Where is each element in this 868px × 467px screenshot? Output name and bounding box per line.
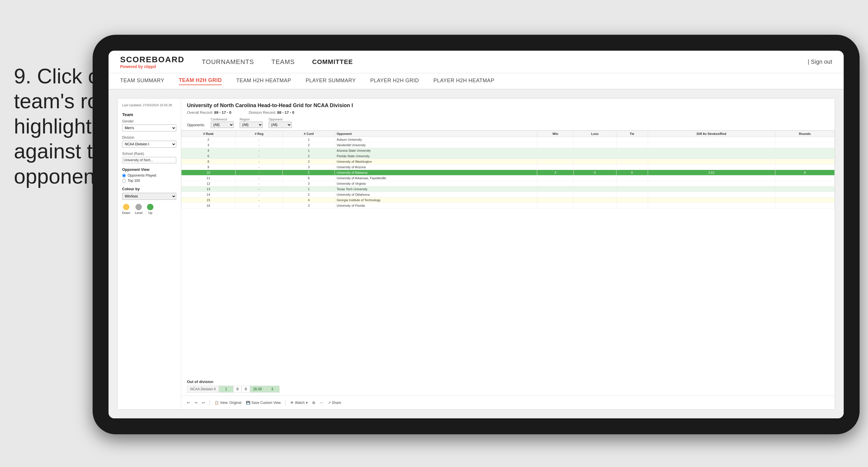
- ood-loss: 0: [233, 386, 242, 392]
- sidebar: Last Updated: 27/03/2024 16:55:38 Team G…: [118, 98, 181, 409]
- grid-filters: Opponents: Conference (All) Region: [187, 118, 829, 128]
- opponent-filter: Opponent (All): [269, 118, 292, 128]
- toolbar-view[interactable]: 📋 View: Original: [214, 401, 241, 405]
- sidebar-gender-section: Gender Men's: [122, 119, 176, 132]
- toolbar-icons[interactable]: ⊞: [312, 401, 315, 405]
- table-row[interactable]: 8 - 2 University of Washington: [182, 159, 835, 165]
- sidebar-school-section: School (Rank) University of Nort...: [122, 152, 176, 163]
- logo-scoreboard: SCOREBOARD: [120, 55, 184, 64]
- legend-level: Level: [135, 204, 143, 214]
- legend-dot-level: [135, 204, 142, 210]
- opponent-filter-select[interactable]: (All): [269, 122, 292, 128]
- table-row[interactable]: 13 - 1 Texas Tech University: [182, 186, 835, 192]
- table-row[interactable]: 6 - 2 Florida State University: [182, 153, 835, 159]
- ood-diff: 26.00: [250, 386, 265, 392]
- main-content: Last Updated: 27/03/2024 16:55:38 Team G…: [108, 89, 844, 418]
- region-filter-select[interactable]: (All): [240, 122, 263, 128]
- out-of-division-section: Out of division NCAA Division II 1 0 0 2…: [181, 377, 835, 396]
- sub-nav-player-h2h-grid[interactable]: PLAYER H2H GRID: [370, 78, 419, 85]
- table-body: 2 - 1 Auburn University 3 - 2 Vanderbilt…: [182, 137, 835, 208]
- radio-top-100[interactable]: Top 100: [122, 179, 176, 183]
- legend-label-up: Up: [148, 211, 152, 214]
- toolbar-divider-1: [210, 400, 210, 406]
- opponent-view-section: Opponent View Opponents Played Top 100: [122, 167, 176, 183]
- col-rounds: Rounds: [775, 131, 835, 137]
- radio-opponents-played[interactable]: Opponents Played: [122, 173, 176, 177]
- sidebar-timestamp: Last Updated: 27/03/2024 16:55:38: [122, 103, 176, 108]
- toolbar-redo[interactable]: ↪: [194, 401, 197, 405]
- sidebar-division-section: Division NCAA Division I: [122, 136, 176, 148]
- h2h-table: # Rank # Reg # Conf Opponent Win Loss Ti…: [181, 130, 835, 208]
- table-row[interactable]: 15 - 4 Georgia Institute of Technology: [182, 198, 835, 203]
- top-nav: SCOREBOARD Powered by clippd TOURNAMENTS…: [108, 51, 844, 73]
- out-of-division-row: NCAA Division II 1 0 0 26.00 3: [187, 386, 829, 392]
- legend-label-down: Down: [122, 211, 130, 214]
- col-conf: # Conf: [283, 131, 335, 137]
- toolbar-share[interactable]: ↗ Share: [328, 401, 341, 405]
- table-row[interactable]: 12 - 3 University of Virginia: [182, 181, 835, 186]
- col-tie: Tie: [616, 131, 648, 137]
- col-reg: # Reg: [235, 131, 283, 137]
- division-record: Division Record: 88 - 17 - 0: [249, 110, 294, 115]
- logo-powered: Powered by clippd: [120, 64, 184, 69]
- grid-area: University of North Carolina Head-to-Hea…: [181, 98, 835, 409]
- nav-item-teams[interactable]: TEAMS: [272, 58, 295, 66]
- sidebar-school-value[interactable]: University of Nort...: [122, 157, 176, 163]
- opponent-view-radio-group: Opponents Played Top 100: [122, 173, 176, 183]
- table-row[interactable]: 11 - 6 University of Arkansas, Fayettevi…: [182, 175, 835, 181]
- region-filter: Region (All): [240, 118, 263, 128]
- table-row[interactable]: 3 - 2 Vanderbilt University: [182, 142, 835, 148]
- col-loss: Loss: [574, 131, 616, 137]
- table-row[interactable]: 14 - 2 University of Oklahoma: [182, 192, 835, 198]
- colour-by-label: Colour by: [122, 187, 176, 191]
- sub-nav-team-summary[interactable]: TEAM SUMMARY: [120, 78, 164, 85]
- toolbar-undo2[interactable]: ↩: [202, 401, 205, 405]
- colour-section: Colour by Win/loss: [122, 187, 176, 200]
- table-row[interactable]: 16 - 3 University of Florida: [182, 203, 835, 208]
- toolbar-undo[interactable]: ↩: [187, 401, 190, 405]
- grid-table-container[interactable]: # Rank # Reg # Conf Opponent Win Loss Ti…: [181, 130, 835, 377]
- tablet-frame: SCOREBOARD Powered by clippd TOURNAMENTS…: [93, 35, 860, 434]
- grid-header: University of North Carolina Head-to-Hea…: [181, 98, 835, 130]
- table-row[interactable]: 4 - 1 Arizona State University: [182, 148, 835, 153]
- ood-division: NCAA Division II: [187, 386, 219, 392]
- opponent-view-label: Opponent View: [122, 167, 176, 172]
- legend-up: Up: [147, 204, 153, 214]
- sub-nav-team-h2h-heatmap[interactable]: TEAM H2H HEATMAP: [236, 78, 291, 85]
- col-rank: # Rank: [182, 131, 236, 137]
- legend-dot-down: [123, 204, 129, 210]
- sidebar-division-select[interactable]: NCAA Division I: [122, 141, 176, 148]
- nav-items: TOURNAMENTS TEAMS COMMITTEE: [202, 58, 808, 66]
- sub-nav: TEAM SUMMARY TEAM H2H GRID TEAM H2H HEAT…: [108, 73, 844, 89]
- opponent-filter-label: Opponent: [269, 118, 292, 121]
- col-win: Win: [537, 131, 574, 137]
- sign-in-link[interactable]: | Sign out: [808, 58, 832, 65]
- toolbar-watch[interactable]: 👁 Watch ▾: [290, 401, 308, 405]
- sub-nav-player-h2h-heatmap[interactable]: PLAYER H2H HEATMAP: [434, 78, 494, 85]
- toolbar-more[interactable]: ⋯: [320, 401, 323, 405]
- ood-rounds: 3: [265, 386, 280, 392]
- logo-area: SCOREBOARD Powered by clippd: [120, 55, 184, 69]
- ood-tie: 0: [242, 386, 250, 392]
- legend-row: Down Level Up: [122, 204, 176, 214]
- sidebar-team-label: Team: [122, 112, 176, 117]
- sub-nav-team-h2h-grid[interactable]: TEAM H2H GRID: [179, 77, 222, 85]
- toolbar-save[interactable]: 💾 Save Custom View: [246, 401, 281, 405]
- sidebar-gender-label: Gender: [122, 119, 176, 123]
- nav-item-committee[interactable]: COMMITTEE: [312, 58, 353, 66]
- sidebar-gender-select[interactable]: Men's: [122, 124, 176, 132]
- bottom-toolbar: ↩ ↪ ↩ 📋 View: Original 💾 Save Custom Vie…: [181, 396, 835, 409]
- opponents-label: Opponents:: [187, 123, 205, 128]
- sub-nav-player-summary[interactable]: PLAYER SUMMARY: [306, 78, 356, 85]
- conference-filter: Conference (All): [211, 118, 234, 128]
- conference-filter-select[interactable]: (All): [211, 122, 234, 128]
- table-header-row: # Rank # Reg # Conf Opponent Win Loss Ti…: [182, 131, 835, 137]
- overall-record: Overall Record: 89 - 17 - 0: [187, 110, 231, 115]
- table-row[interactable]: 10 - 5 University of Alabama 3 0 0 2.61 …: [182, 170, 835, 175]
- sidebar-school-label: School (Rank): [122, 152, 176, 156]
- grid-records: Overall Record: 89 - 17 - 0 Division Rec…: [187, 110, 829, 115]
- table-row[interactable]: 9 - 3 University of Arizona: [182, 165, 835, 170]
- nav-item-tournaments[interactable]: TOURNAMENTS: [202, 58, 254, 66]
- colour-by-select[interactable]: Win/loss: [122, 193, 176, 200]
- table-row[interactable]: 2 - 1 Auburn University: [182, 137, 835, 142]
